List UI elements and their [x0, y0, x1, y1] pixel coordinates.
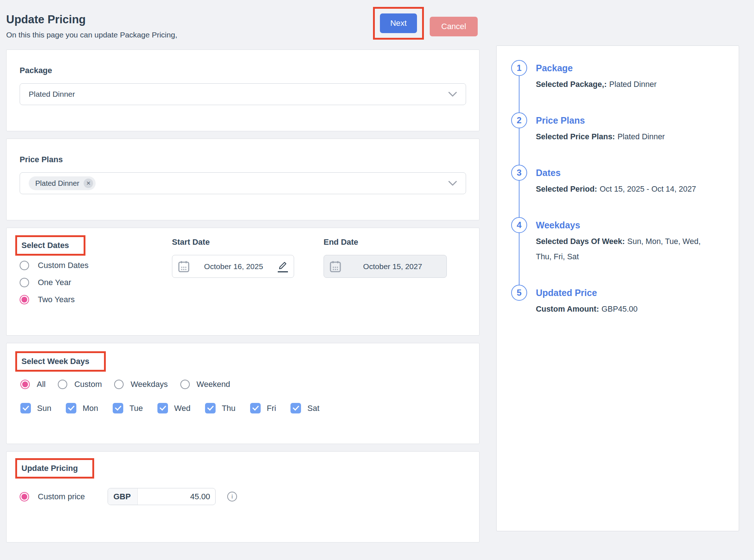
step-description: Selected Price Plans:Plated Dinner	[536, 129, 665, 144]
date-range-radio-option[interactable]: One Year	[20, 278, 172, 287]
weekday-checkbox-item[interactable]: Sun	[20, 403, 51, 413]
weekday-mode-options: All Custom Weekdays Weekend	[20, 380, 466, 389]
step-description: Custom Amount:GBP45.00	[536, 301, 638, 317]
end-date-value: October 15, 2027	[345, 262, 441, 271]
summary-step: 4 Weekdays Selected Days Of Week:Sun, Mo…	[511, 217, 724, 264]
weekday-mode-radio-option[interactable]: Weekdays	[114, 380, 168, 389]
radio-icon[interactable]	[114, 380, 124, 389]
package-select[interactable]: Plated Dinner	[20, 83, 466, 105]
step-description-value: Plated Dinner	[618, 132, 665, 141]
chevron-down-icon	[448, 181, 457, 186]
radio-icon[interactable]	[20, 492, 29, 501]
radio-icon[interactable]	[20, 278, 29, 287]
calendar-icon	[330, 260, 341, 272]
step-description-label: Custom Amount:	[536, 305, 599, 313]
radio-label: All	[37, 380, 45, 389]
price-plans-chips: Plated Dinner ✕	[29, 176, 96, 190]
custom-price-radio-option[interactable]: Custom price	[20, 492, 108, 501]
weekday-checkbox-item[interactable]: Thu	[205, 403, 236, 413]
date-range-radio-option[interactable]: Two Years	[20, 295, 172, 304]
select-dates-card: Select Dates Custom Dates One Year	[6, 228, 480, 336]
weekday-label: Mon	[83, 404, 98, 413]
radio-icon[interactable]	[58, 380, 67, 389]
weekday-checkboxes: Sun Mon Tue Wed	[20, 403, 466, 413]
start-date-field[interactable]: October 16, 2025	[172, 255, 294, 278]
select-week-days-card: Select Week Days All Custom W	[6, 343, 480, 444]
step-title: Updated Price	[536, 285, 638, 301]
info-icon[interactable]	[227, 492, 237, 501]
weekday-mode-radio-option[interactable]: Weekend	[180, 380, 230, 389]
weekday-checkbox-item[interactable]: Wed	[157, 403, 190, 413]
step-description-label: Selected Period:	[536, 185, 597, 193]
weekday-mode-radio-option[interactable]: Custom	[58, 380, 102, 389]
weekday-checkbox-item[interactable]: Mon	[66, 403, 98, 413]
weekday-label: Sat	[307, 404, 319, 413]
radio-label: Weekdays	[131, 380, 168, 389]
weekday-checkbox-item[interactable]: Tue	[113, 403, 143, 413]
selected-plan-chip: Plated Dinner ✕	[29, 176, 96, 190]
radio-icon[interactable]	[180, 380, 190, 389]
summary-step: 1 Package Selected Package,:Plated Dinne…	[511, 60, 724, 92]
remove-chip-icon[interactable]: ✕	[84, 179, 93, 188]
checkbox-icon[interactable]	[20, 403, 31, 413]
summary-step: 3 Dates Selected Period:Oct 15, 2025 - O…	[511, 165, 724, 197]
radio-icon[interactable]	[20, 261, 29, 270]
step-title: Price Plans	[536, 112, 665, 128]
step-description-value: Oct 15, 2025 - Oct 14, 2027	[599, 185, 696, 193]
radio-label: Custom price	[38, 492, 85, 501]
step-description-value: Plated Dinner	[609, 80, 657, 89]
checkbox-icon[interactable]	[290, 403, 301, 413]
checkbox-icon[interactable]	[66, 403, 76, 413]
weekday-label: Sun	[37, 404, 51, 413]
calendar-icon	[178, 260, 189, 272]
weekday-label: Tue	[129, 404, 143, 413]
summary-step: 2 Price Plans Selected Price Plans:Plate…	[511, 112, 724, 144]
annotation-box-next: Next	[373, 7, 424, 40]
end-date-field: October 15, 2027	[324, 255, 447, 278]
summary-step: 5 Updated Price Custom Amount:GBP45.00	[511, 285, 724, 317]
summary-panel: 1 Package Selected Package,:Plated Dinne…	[496, 45, 739, 531]
select-week-days-title: Select Week Days	[15, 351, 106, 372]
edit-date-icon[interactable]	[278, 261, 288, 272]
radio-label: Custom Dates	[38, 261, 88, 270]
page-header: Update Pricing On this this page you can…	[0, 0, 754, 49]
radio-label: One Year	[38, 278, 71, 287]
checkbox-icon[interactable]	[157, 403, 168, 413]
start-date-value: October 16, 2025	[193, 262, 274, 271]
step-title: Weekdays	[536, 217, 718, 233]
weekday-mode-radio-option[interactable]: All	[20, 380, 45, 389]
weekday-checkbox-item[interactable]: Sat	[290, 403, 319, 413]
update-pricing-title: Update Pricing	[15, 458, 94, 479]
weekday-label: Fri	[267, 404, 276, 413]
step-number-badge: 2	[511, 112, 527, 128]
checkbox-icon[interactable]	[205, 403, 216, 413]
weekday-label: Thu	[222, 404, 236, 413]
radio-label: Two Years	[38, 295, 75, 304]
step-description: Selected Days Of Week:Sun, Mon, Tue, Wed…	[536, 234, 718, 264]
step-description-label: Selected Package,:	[536, 80, 607, 89]
summary-steps: 1 Package Selected Package,:Plated Dinne…	[511, 60, 724, 317]
date-range-options: Custom Dates One Year Two Years	[20, 261, 172, 304]
price-plans-multiselect[interactable]: Plated Dinner ✕	[20, 172, 466, 194]
summary-steps-list: 1 Package Selected Package,:Plated Dinne…	[511, 60, 724, 317]
radio-icon[interactable]	[20, 380, 30, 389]
package-label: Package	[20, 66, 466, 75]
step-title: Dates	[536, 165, 696, 181]
weekday-checkbox-item[interactable]: Fri	[250, 403, 276, 413]
radio-icon[interactable]	[20, 295, 29, 304]
price-plans-label: Price Plans	[20, 155, 466, 164]
header-actions: Next Cancel	[373, 7, 478, 40]
currency-prefix: GBP	[108, 488, 138, 505]
step-description: Selected Period:Oct 15, 2025 - Oct 14, 2…	[536, 181, 696, 197]
step-title: Package	[536, 60, 657, 76]
step-number-badge: 1	[511, 60, 527, 76]
cancel-button[interactable]: Cancel	[430, 17, 478, 36]
step-number-badge: 5	[511, 285, 527, 301]
checkbox-icon[interactable]	[113, 403, 123, 413]
next-button[interactable]: Next	[380, 13, 417, 33]
custom-price-input[interactable]: 45.00	[138, 488, 215, 505]
step-number-badge: 3	[511, 165, 527, 181]
date-range-radio-option[interactable]: Custom Dates	[20, 261, 172, 270]
checkbox-icon[interactable]	[250, 403, 261, 413]
chevron-down-icon	[448, 92, 457, 97]
